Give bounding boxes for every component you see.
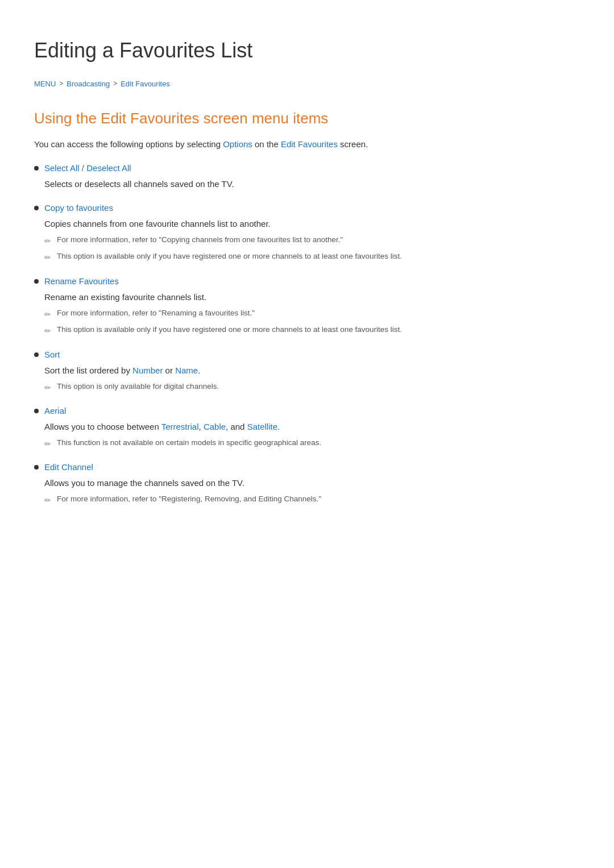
satellite-link[interactable]: Satellite [247, 422, 277, 431]
note-text: This option is only available for digita… [57, 381, 219, 392]
bullet-dot [34, 409, 39, 413]
pencil-icon: ✏ [44, 251, 51, 264]
aerial-notes-list: ✏ This function is not available on cert… [44, 437, 580, 450]
note-item: ✏ This option is available only if you h… [44, 251, 580, 264]
bullet-dot [34, 166, 39, 171]
sort-link[interactable]: Sort [44, 348, 60, 362]
edit-channel-description: Allows you to manage the channels saved … [44, 476, 580, 490]
pencil-icon: ✏ [44, 235, 51, 247]
section-heading: Using the Edit Favourites screen menu it… [34, 107, 580, 131]
list-item: Rename Favourites Rename an existing fav… [34, 275, 580, 338]
breadcrumb-edit-favourites[interactable]: Edit Favourites [121, 78, 170, 90]
bullet-dot [34, 465, 39, 470]
note-text: For more information, refer to "Copying … [57, 234, 343, 246]
pencil-icon: ✏ [44, 325, 51, 337]
note-item: ✏ For more information, refer to "Renami… [44, 308, 580, 321]
menu-items-list: Select All / Deselect All Selects or des… [34, 161, 580, 507]
pencil-icon: ✏ [44, 381, 51, 394]
intro-suffix: screen. [338, 139, 368, 149]
note-item: ✏ For more information, refer to "Regist… [44, 493, 580, 506]
note-text: For more information, refer to "Renaming… [57, 308, 255, 319]
select-all-description: Selects or deselects all channels saved … [44, 177, 580, 191]
list-item: Aerial Allows you to choose between Terr… [34, 404, 580, 450]
intro-prefix: You can access the following options by … [34, 139, 223, 149]
terrestrial-link[interactable]: Terrestrial [161, 422, 199, 431]
options-link[interactable]: Options [223, 139, 252, 149]
breadcrumb-menu[interactable]: MENU [34, 78, 56, 90]
note-item: ✏ For more information, refer to "Copyin… [44, 234, 580, 247]
intro-paragraph: You can access the following options by … [34, 138, 580, 151]
sort-notes-list: ✏ This option is only available for digi… [44, 381, 580, 394]
aerial-link[interactable]: Aerial [44, 404, 66, 418]
list-item: Select All / Deselect All Selects or des… [34, 161, 580, 191]
pencil-icon: ✏ [44, 494, 51, 506]
sort-description: Sort the list ordered by Number or Name. [44, 364, 580, 377]
intro-middle: on the [252, 139, 281, 149]
list-item: Edit Channel Allows you to manage the ch… [34, 460, 580, 506]
name-link[interactable]: Name [175, 366, 198, 375]
select-all-link[interactable]: Select All / Deselect All [44, 161, 131, 175]
pencil-icon: ✏ [44, 438, 51, 450]
breadcrumb: MENU > Broadcasting > Edit Favourites [34, 78, 580, 90]
rename-notes-list: ✏ For more information, refer to "Renami… [44, 308, 580, 338]
note-item: ✏ This function is not available on cert… [44, 437, 580, 450]
edit-channel-notes-list: ✏ For more information, refer to "Regist… [44, 493, 580, 506]
note-text: This function is not available on certai… [57, 437, 321, 448]
cable-link[interactable]: Cable [204, 422, 226, 431]
pencil-icon: ✏ [44, 308, 51, 321]
rename-favourites-description: Rename an existing favourite channels li… [44, 290, 580, 304]
copy-favourites-description: Copies channels from one favourite chann… [44, 217, 580, 231]
breadcrumb-broadcasting[interactable]: Broadcasting [67, 78, 110, 90]
note-item: ✏ This option is only available for digi… [44, 381, 580, 394]
list-item: Copy to favourites Copies channels from … [34, 201, 580, 264]
bullet-dot [34, 352, 39, 357]
list-item: Sort Sort the list ordered by Number or … [34, 348, 580, 394]
rename-favourites-link[interactable]: Rename Favourites [44, 275, 119, 288]
breadcrumb-separator-1: > [59, 78, 63, 89]
page-title: Editing a Favourites List [34, 34, 580, 67]
breadcrumb-separator-2: > [113, 78, 117, 89]
copy-notes-list: ✏ For more information, refer to "Copyin… [44, 234, 580, 264]
copy-favourites-link[interactable]: Copy to favourites [44, 201, 113, 215]
note-item: ✏ This option is available only if you h… [44, 324, 580, 337]
bullet-dot [34, 279, 39, 284]
bullet-dot [34, 206, 39, 210]
number-link[interactable]: Number [132, 366, 163, 375]
note-text: This option is available only if you hav… [57, 251, 402, 262]
edit-channel-link[interactable]: Edit Channel [44, 460, 93, 474]
edit-favourites-link[interactable]: Edit Favourites [281, 139, 338, 149]
aerial-description: Allows you to choose between Terrestrial… [44, 420, 580, 434]
note-text: For more information, refer to "Register… [57, 493, 321, 505]
note-text: This option is available only if you hav… [57, 324, 402, 335]
